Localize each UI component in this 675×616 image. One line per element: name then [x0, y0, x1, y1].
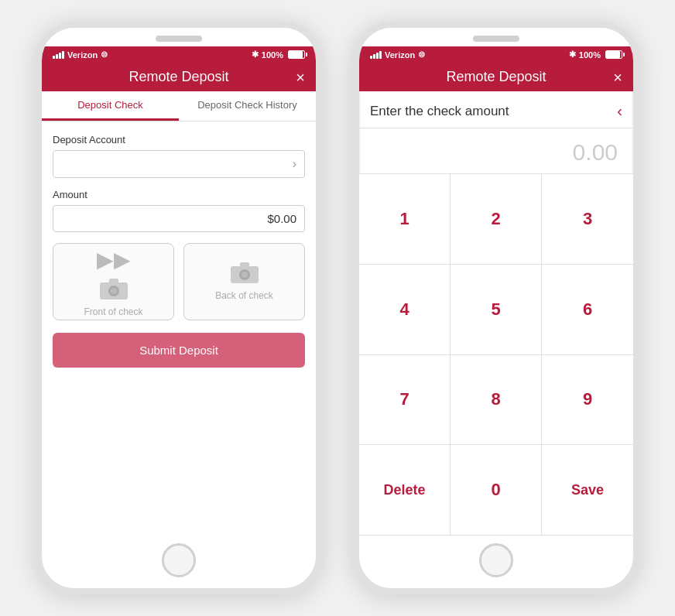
- svg-rect-3: [109, 279, 118, 284]
- phone-bottom-2: [359, 536, 633, 588]
- home-button-1[interactable]: [162, 543, 196, 577]
- deposit-account-input[interactable]: ›: [53, 150, 305, 178]
- phone-top-2: [359, 28, 633, 46]
- volume-down-button-2: [353, 198, 354, 237]
- signal-bars-2: [370, 50, 382, 59]
- back-check-label: Back of check: [215, 290, 273, 301]
- tabs-1: Deposit Check Deposit Check History: [42, 91, 316, 121]
- svg-rect-7: [240, 262, 249, 268]
- bluetooth-icon-2: ✱: [569, 50, 576, 60]
- front-check-label: Front of check: [84, 306, 142, 317]
- status-right-2: ✱ 100%: [569, 50, 622, 60]
- bar-2b: [373, 54, 375, 59]
- phone-top-speaker: [42, 28, 316, 46]
- bar-1b: [370, 56, 372, 59]
- back-check-box[interactable]: Back of check: [183, 243, 305, 320]
- battery-fill-1: [289, 51, 303, 58]
- speaker-2: [473, 36, 519, 42]
- side-button-right-2: [639, 152, 639, 190]
- key-9[interactable]: 9: [542, 355, 633, 446]
- app-title-1: Remote Deposit: [128, 69, 228, 85]
- home-button-2[interactable]: [479, 543, 513, 577]
- keypad-header: Enter the check amount ‹: [359, 91, 633, 128]
- key-2[interactable]: 2: [451, 174, 542, 265]
- app-title-2: Remote Deposit: [446, 69, 546, 85]
- speaker: [156, 36, 202, 42]
- key-7[interactable]: 7: [359, 355, 451, 446]
- camera-svg-back: [231, 262, 259, 284]
- carrier-1: Verizon: [67, 50, 98, 60]
- status-right-1: ✱ 100%: [252, 50, 305, 60]
- bar-3b: [376, 53, 379, 59]
- key-4[interactable]: 4: [359, 265, 451, 355]
- battery-icon-2: [605, 50, 622, 59]
- mute-button-2: [353, 121, 354, 144]
- status-bar-2: Verizon ⊜ ✱ 100%: [359, 46, 633, 63]
- keypad-back-button[interactable]: ‹: [617, 102, 622, 120]
- bar-4b: [379, 51, 382, 59]
- power-button-2: [639, 152, 639, 190]
- tab-deposit-check-history[interactable]: Deposit Check History: [179, 91, 316, 121]
- keypad-grid: 1 2 3 4 5 6 7 8 9 Delete 0 Save: [359, 174, 633, 536]
- volume-down-button: [36, 198, 36, 237]
- status-left-2: Verizon ⊜: [370, 50, 425, 60]
- wifi-icon-1: ⊜: [101, 50, 108, 60]
- deposit-account-label: Deposit Account: [53, 134, 305, 145]
- phone-1: Verizon ⊜ ✱ 100% Remote Deposit ×: [36, 22, 322, 594]
- svg-point-6: [242, 272, 248, 278]
- screen-content-1: Deposit Account › Amount $0.00 ▶▶: [42, 121, 316, 536]
- back-button-2[interactable]: ×: [613, 68, 622, 86]
- close-button-1[interactable]: ×: [296, 68, 305, 86]
- battery-percent-2: 100%: [579, 50, 601, 60]
- deposit-account-arrow: ›: [293, 157, 296, 171]
- key-5[interactable]: 5: [451, 265, 542, 355]
- amount-display: 0.00: [359, 128, 633, 174]
- battery-icon-1: [288, 50, 305, 59]
- bar-2: [56, 54, 58, 59]
- signal-bars-1: [53, 50, 64, 59]
- status-bar-1: Verizon ⊜ ✱ 100%: [42, 46, 316, 63]
- key-3[interactable]: 3: [542, 174, 633, 265]
- amount-input[interactable]: $0.00: [53, 205, 305, 232]
- bar-4: [62, 51, 64, 59]
- key-6[interactable]: 6: [542, 265, 633, 355]
- carrier-2: Verizon: [385, 50, 415, 60]
- volume-up-button-2: [353, 152, 354, 190]
- battery-percent-1: 100%: [262, 50, 283, 60]
- bar-1: [53, 56, 55, 59]
- amount-label: Amount: [53, 189, 305, 200]
- phone-2: Verizon ⊜ ✱ 100% Remote Deposit × Enter: [353, 22, 639, 594]
- key-save[interactable]: Save: [542, 445, 633, 536]
- side-button-right: [321, 152, 322, 190]
- bar-3: [59, 53, 61, 59]
- battery-fill-2: [606, 51, 620, 58]
- app-header-2: Remote Deposit ×: [359, 63, 633, 91]
- svg-point-2: [111, 288, 117, 294]
- app-header-1: Remote Deposit ×: [42, 63, 316, 91]
- side-buttons-left: [36, 121, 36, 237]
- key-0[interactable]: 0: [451, 445, 542, 536]
- phone-2-screen: Verizon ⊜ ✱ 100% Remote Deposit × Enter: [359, 46, 633, 536]
- submit-deposit-button[interactable]: Submit Deposit: [53, 333, 305, 368]
- tab-deposit-check[interactable]: Deposit Check: [42, 91, 179, 121]
- amount-value: $0.00: [267, 212, 296, 225]
- camera-svg-front: [100, 279, 128, 300]
- key-delete[interactable]: Delete: [359, 445, 451, 536]
- mute-button: [36, 121, 36, 144]
- scene: Verizon ⊜ ✱ 100% Remote Deposit ×: [36, 22, 639, 594]
- phone-1-screen: Verizon ⊜ ✱ 100% Remote Deposit ×: [42, 46, 316, 536]
- bluetooth-icon-1: ✱: [252, 50, 259, 60]
- volume-up-button: [36, 152, 36, 190]
- key-1[interactable]: 1: [359, 174, 451, 265]
- camera-icon-front: ▶▶: [97, 247, 131, 272]
- wifi-icon-2: ⊜: [418, 50, 425, 60]
- side-buttons-left-2: [353, 121, 354, 237]
- phone-bottom-1: [42, 536, 316, 588]
- keypad-prompt: Enter the check amount: [370, 104, 509, 119]
- key-8[interactable]: 8: [451, 355, 542, 446]
- camera-row: ▶▶ Front of check: [53, 243, 305, 320]
- front-check-box[interactable]: ▶▶ Front of check: [53, 243, 174, 320]
- status-left-1: Verizon ⊜: [53, 50, 108, 60]
- power-button: [321, 152, 322, 190]
